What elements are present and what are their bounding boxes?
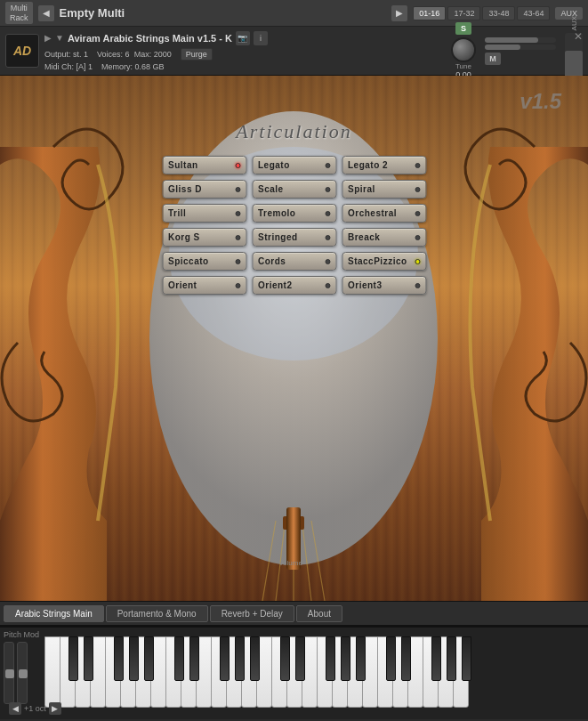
multi-rack-label: MultiRack xyxy=(5,2,33,25)
artic-led-1 xyxy=(325,163,330,168)
artic-btn-gliss-d[interactable]: Gliss D xyxy=(162,180,246,198)
octave-control: ◀ +1 oct ▶ xyxy=(9,702,61,715)
black-key[interactable] xyxy=(250,636,260,681)
tab-43-64[interactable]: 43-64 xyxy=(517,6,550,20)
info-button[interactable]: i xyxy=(254,31,268,45)
artic-btn-sultan[interactable]: Sultan xyxy=(162,156,246,174)
octave-prev-button[interactable]: ◀ xyxy=(9,702,21,715)
instrument-close-button[interactable]: ✕ xyxy=(574,30,583,43)
artic-btn-label-11: Breack xyxy=(348,232,380,242)
black-key[interactable] xyxy=(235,636,245,681)
artic-led-8 xyxy=(415,211,420,216)
black-key[interactable] xyxy=(68,636,78,681)
instrument-body: volume v1.5 Articulation SultanLegatoLeg… xyxy=(0,76,588,601)
multi-title: Empty Multi xyxy=(60,6,387,20)
black-key[interactable] xyxy=(189,636,199,681)
black-key[interactable] xyxy=(280,636,290,681)
prev-instrument-button[interactable]: ◀ xyxy=(38,5,54,21)
artic-led-13 xyxy=(325,259,330,264)
articulation-grid: SultanLegatoLegato 2Gliss DScaleSpiralTr… xyxy=(162,156,426,295)
black-key[interactable] xyxy=(114,636,124,681)
black-key[interactable] xyxy=(447,636,456,681)
white-key[interactable] xyxy=(44,636,60,708)
black-key[interactable] xyxy=(220,636,230,681)
tune-label: Tune xyxy=(455,62,471,70)
artic-btn-cords[interactable]: Cords xyxy=(252,252,336,271)
artic-btn-orient3[interactable]: Orient3 xyxy=(342,276,426,295)
purge-button[interactable]: Purge xyxy=(181,48,213,61)
aux-label-right: AUX xyxy=(570,16,578,30)
bottom-tab-3[interactable]: About xyxy=(296,605,342,622)
octave-next-button[interactable]: ▶ xyxy=(49,702,61,715)
artic-led-3 xyxy=(235,187,240,192)
volume-slider-2[interactable] xyxy=(485,45,556,50)
instrument-logo: AD xyxy=(5,34,39,68)
artic-btn-tremolo[interactable]: Tremolo xyxy=(252,204,336,223)
pitch-slider-1[interactable] xyxy=(4,642,14,704)
volume-slider-1[interactable] xyxy=(485,37,556,43)
instrument-name: Aviram Arabic Strings Main v1.5 - K xyxy=(68,33,232,44)
artic-btn-orient2[interactable]: Orient2 xyxy=(252,276,336,295)
bottom-tab-1[interactable]: Portamento & Mono xyxy=(106,605,208,622)
artic-btn-scale[interactable]: Scale xyxy=(252,180,336,198)
mute-button[interactable]: M xyxy=(485,53,501,65)
artic-btn-spiccato[interactable]: Spiccato xyxy=(162,252,246,271)
black-key[interactable] xyxy=(174,636,184,681)
instrument-svg: volume xyxy=(0,76,588,601)
artic-btn-legato[interactable]: Legato xyxy=(252,156,336,174)
keyboard-area: Pitch Mod ◀ +1 oct ▶ xyxy=(0,626,588,719)
artic-btn-orient[interactable]: Orient xyxy=(162,276,246,295)
bottom-tab-2[interactable]: Reverb + Delay xyxy=(210,605,294,622)
black-key[interactable] xyxy=(386,636,396,681)
artic-btn-legato-2[interactable]: Legato 2 xyxy=(342,156,426,174)
artic-btn-label-9: Korg S xyxy=(168,232,200,242)
tab-33-48[interactable]: 33-48 xyxy=(482,6,515,20)
version-label: v1.5 xyxy=(520,89,561,114)
next-instrument-button[interactable]: ▶ xyxy=(391,5,407,21)
articulation-title: Articulation xyxy=(236,120,351,143)
svg-text:volume: volume xyxy=(279,559,302,567)
artic-btn-korg-s[interactable]: Korg S xyxy=(162,228,246,247)
artic-led-15 xyxy=(235,283,240,288)
artic-btn-label-4: Scale xyxy=(258,184,284,194)
artic-btn-label-13: Cords xyxy=(258,256,286,266)
black-key[interactable] xyxy=(129,636,139,681)
artic-led-9 xyxy=(235,235,240,240)
artic-btn-trill[interactable]: Trill xyxy=(162,204,246,223)
artic-btn-staccpizzico[interactable]: StaccPizzico xyxy=(342,252,426,271)
inst-collapse-arrow[interactable]: ▼ xyxy=(55,33,64,43)
artic-btn-label-8: Orchestral xyxy=(348,208,397,218)
black-key[interactable] xyxy=(295,636,305,681)
artic-btn-orchestral[interactable]: Orchestral xyxy=(342,204,426,223)
black-key[interactable] xyxy=(144,636,154,681)
artic-led-6 xyxy=(235,211,240,216)
black-key[interactable] xyxy=(341,636,350,681)
output-detail: Output: st. 1 xyxy=(44,50,88,59)
artic-btn-stringed[interactable]: Stringed xyxy=(252,228,336,247)
pitch-slider-2[interactable] xyxy=(17,642,28,704)
black-key[interactable] xyxy=(401,636,411,681)
black-key[interactable] xyxy=(84,636,93,681)
inst-expand-arrow[interactable]: ▶ xyxy=(44,33,52,43)
artic-led-14 xyxy=(415,259,420,264)
artic-btn-breack[interactable]: Breack xyxy=(342,228,426,247)
black-key[interactable] xyxy=(431,636,441,681)
artic-btn-spiral[interactable]: Spiral xyxy=(342,180,426,198)
solo-button[interactable]: S xyxy=(455,22,471,35)
artic-led-11 xyxy=(415,235,420,240)
tab-01-16[interactable]: 01-16 xyxy=(413,6,446,20)
black-key[interactable] xyxy=(326,636,335,681)
artic-btn-label-16: Orient2 xyxy=(258,280,293,290)
artic-btn-label-17: Orient3 xyxy=(348,280,383,290)
bottom-tab-0[interactable]: Arabic Strings Main xyxy=(4,605,104,622)
black-key[interactable] xyxy=(356,636,366,681)
memory-detail: Memory: 0.68 GB xyxy=(101,62,165,71)
camera-button[interactable]: 📷 xyxy=(236,31,250,45)
black-key[interactable] xyxy=(462,636,471,681)
instrument-header: AD ▶ ▼ Aviram Arabic Strings Main v1.5 -… xyxy=(0,27,588,76)
tab-17-32[interactable]: 17-32 xyxy=(447,6,480,20)
octave-label: +1 oct xyxy=(24,704,46,713)
artic-led-12 xyxy=(235,259,240,264)
tune-knob[interactable] xyxy=(451,37,476,62)
artic-btn-label-6: Trill xyxy=(168,208,186,218)
